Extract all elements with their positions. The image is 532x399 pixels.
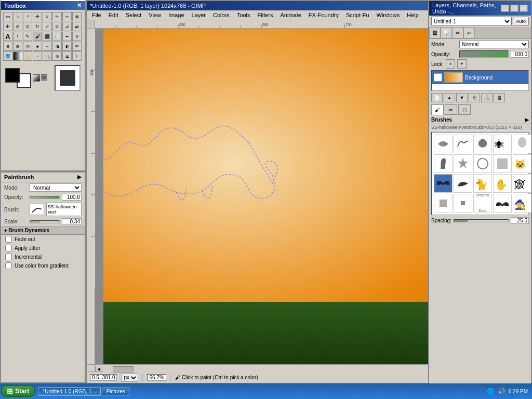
- brushes-spacing-slider[interactable]: [454, 219, 509, 222]
- layers-minimize[interactable]: _: [501, 5, 509, 12]
- tool-flip[interactable]: ⇌: [72, 22, 82, 31]
- brush-cell-3[interactable]: [473, 135, 492, 153]
- layers-tab-channels[interactable]: 📊: [441, 27, 452, 38]
- tool-fuzzy-select[interactable]: ✣: [33, 12, 42, 21]
- layers-tab-undo[interactable]: ↩: [463, 27, 475, 38]
- tool-perspective-clone[interactable]: ⊟: [13, 42, 22, 51]
- raise-layer-button[interactable]: ▲: [444, 93, 455, 102]
- layer-visibility-toggle[interactable]: 👁: [434, 73, 442, 82]
- menu-image[interactable]: Image: [165, 11, 188, 19]
- new-layer-button[interactable]: 📄: [431, 93, 443, 102]
- tool-smudge[interactable]: ~: [43, 42, 52, 51]
- tool-scale[interactable]: ⤢: [43, 22, 52, 31]
- brush-tab-pencil[interactable]: ✏: [445, 104, 457, 115]
- menu-tools[interactable]: Tools: [234, 11, 254, 19]
- menu-filters[interactable]: Filters: [255, 11, 276, 19]
- tool-rotate[interactable]: ↻: [33, 22, 42, 31]
- layer-opacity-slider[interactable]: [459, 50, 509, 58]
- tool-rect-select[interactable]: ▭: [3, 12, 12, 21]
- brush-tab-eraser[interactable]: ◻: [458, 104, 471, 115]
- brush-cell-8[interactable]: [473, 154, 492, 173]
- brush-cell-20[interactable]: 🧙: [513, 194, 531, 212]
- menu-select[interactable]: Select: [123, 11, 145, 19]
- brush-tab-brush[interactable]: 🖌: [431, 104, 444, 115]
- tool-align[interactable]: ⊞: [13, 22, 22, 31]
- brush-cell-17[interactable]: [454, 194, 472, 212]
- tool-move[interactable]: ✣: [3, 22, 12, 31]
- start-button[interactable]: ⊞ Start: [1, 385, 35, 397]
- brush-cell-19[interactable]: [493, 194, 512, 212]
- menu-fx-foundry[interactable]: FX-Foundry: [305, 11, 342, 19]
- horizontal-scroll-thumb[interactable]: [113, 366, 134, 373]
- foreground-color-swatch[interactable]: [5, 68, 20, 83]
- brush-cell-18[interactable]: Shadow Door: [473, 194, 492, 212]
- brush-cell-9[interactable]: [493, 154, 512, 173]
- tool-red-eye[interactable]: 👁: [72, 42, 82, 51]
- fade-out-checkbox[interactable]: [5, 236, 12, 243]
- menu-script-fu[interactable]: Script-Fu: [343, 11, 373, 19]
- brush-cell-5[interactable]: [513, 135, 531, 153]
- layers-close[interactable]: ✕: [520, 5, 528, 12]
- brush-cell-14-hand[interactable]: ✋: [493, 174, 512, 193]
- brush-cell-12-bird[interactable]: [454, 174, 472, 193]
- tool-options-menu-icon[interactable]: ▶: [77, 174, 82, 180]
- menu-file[interactable]: File: [89, 11, 104, 19]
- menu-edit[interactable]: Edit: [105, 11, 122, 19]
- lock-pixels-button[interactable]: ▪: [446, 59, 455, 69]
- brush-preview-small[interactable]: [30, 204, 44, 215]
- brush-dynamics-header[interactable]: + Brush Dynamics: [1, 226, 85, 235]
- unit-selector[interactable]: px: [121, 374, 138, 382]
- brush-cell-7[interactable]: [454, 154, 472, 173]
- tool-shear[interactable]: ⧄: [52, 22, 62, 31]
- incremental-checkbox[interactable]: [5, 254, 12, 260]
- layers-maximize[interactable]: □: [510, 5, 518, 12]
- swap-colors-icon[interactable]: [33, 74, 40, 82]
- reset-colors-icon[interactable]: ↺: [41, 74, 47, 81]
- tool-sharpen[interactable]: ◈: [33, 42, 42, 51]
- brush-cell-15-spider2[interactable]: 🕸: [513, 174, 531, 193]
- tool-scissors[interactable]: ✁: [52, 12, 62, 21]
- apply-jitter-checkbox[interactable]: [5, 245, 12, 251]
- layer-mode-select[interactable]: Normal: [459, 40, 529, 48]
- layers-tab-layers[interactable]: 🖼: [429, 27, 441, 38]
- tool-perspective[interactable]: ⊿: [62, 22, 72, 31]
- brush-cell-10[interactable]: 🐱: [513, 154, 531, 173]
- tool-crop[interactable]: ⊡: [23, 22, 32, 31]
- tool-paintbrush[interactable]: 🖌: [33, 32, 42, 41]
- tool-airbrush[interactable]: 💨: [52, 32, 62, 41]
- tool-zoom[interactable]: 🔍: [43, 51, 52, 61]
- tool-color-balance[interactable]: ⊙: [52, 51, 62, 61]
- brush-cell-1[interactable]: [434, 135, 453, 153]
- brushes-menu-icon[interactable]: ▶: [525, 117, 529, 123]
- tool-color-picker[interactable]: 💉: [33, 51, 42, 61]
- tool-text[interactable]: A: [3, 32, 12, 41]
- brush-cell-6[interactable]: [434, 154, 453, 173]
- brush-name-field[interactable]: SS-halloween-vect: [46, 203, 82, 216]
- menu-layer[interactable]: Layer: [189, 11, 209, 19]
- tool-ink[interactable]: ✒: [62, 32, 72, 41]
- layers-tab-paths[interactable]: ✏: [452, 27, 463, 38]
- brush-cell-4[interactable]: 🕷: [493, 135, 512, 153]
- tool-desaturate[interactable]: ◐: [62, 42, 72, 51]
- menu-windows[interactable]: Windows: [374, 11, 403, 19]
- tool-bucket-fill[interactable]: 🪣: [3, 51, 12, 61]
- image-selector[interactable]: Untitled-1: [431, 17, 512, 26]
- brush-cell-16[interactable]: [434, 194, 453, 212]
- tool-select-color[interactable]: ≡: [43, 12, 52, 21]
- menu-view[interactable]: View: [145, 11, 164, 19]
- scale-slider[interactable]: [30, 220, 60, 223]
- tool-curves[interactable]: ⌇: [72, 51, 82, 61]
- menu-help[interactable]: Help: [404, 11, 422, 19]
- tool-clone[interactable]: ⎘: [72, 32, 82, 41]
- tool-pencil[interactable]: ✎: [23, 32, 32, 41]
- lock-position-button[interactable]: +: [457, 59, 467, 69]
- duplicate-layer-button[interactable]: ⎘: [469, 93, 480, 102]
- menu-animate[interactable]: Animate: [277, 11, 304, 19]
- scroll-left-button[interactable]: ◀: [95, 366, 102, 372]
- tool-blend[interactable]: [13, 51, 22, 61]
- tool-dodge-burn[interactable]: ◑: [52, 42, 62, 51]
- tool-path[interactable]: ⌇: [13, 32, 22, 41]
- tool-eraser[interactable]: ⬛: [43, 32, 52, 41]
- lower-layer-button[interactable]: ▼: [456, 93, 468, 102]
- mode-select[interactable]: Normal: [30, 183, 82, 192]
